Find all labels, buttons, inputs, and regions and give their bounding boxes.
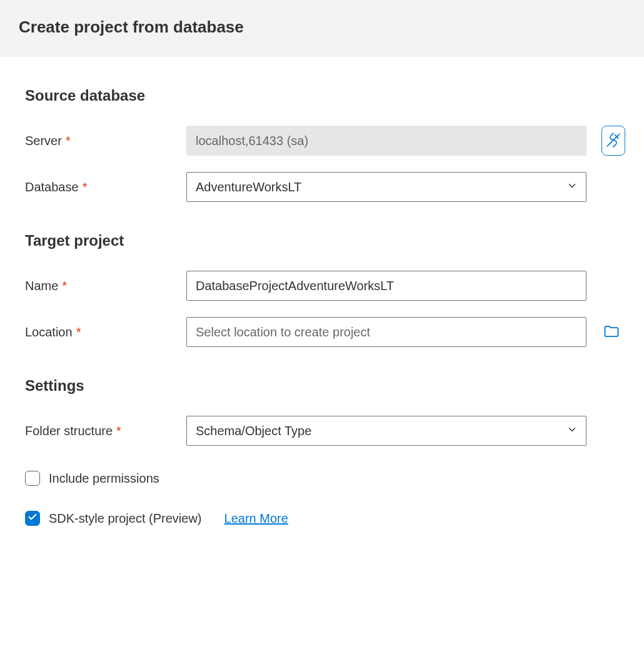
connect-button[interactable] bbox=[601, 126, 625, 156]
name-input[interactable] bbox=[186, 271, 586, 301]
database-select[interactable]: AdventureWorksLT bbox=[186, 172, 586, 202]
check-icon bbox=[28, 512, 38, 525]
row-sdk-style: SDK-style project (Preview) Learn More bbox=[25, 511, 625, 526]
include-permissions-checkbox[interactable] bbox=[25, 471, 40, 486]
label-folder-structure: Folder structure* bbox=[25, 424, 180, 438]
include-permissions-label: Include permissions bbox=[49, 471, 159, 486]
label-location: Location* bbox=[25, 325, 180, 340]
folder-structure-select[interactable]: Schema/Object Type bbox=[186, 416, 586, 446]
dialog-header: Create project from database bbox=[0, 0, 644, 57]
sdk-style-label: SDK-style project (Preview) bbox=[49, 511, 202, 526]
location-input[interactable] bbox=[186, 317, 586, 347]
row-folder-structure: Folder structure* Schema/Object Type bbox=[25, 416, 625, 446]
row-location: Location* bbox=[25, 317, 625, 347]
required-marker: * bbox=[66, 134, 71, 148]
plug-icon bbox=[605, 132, 621, 150]
section-title-settings: Settings bbox=[25, 377, 625, 395]
label-name: Name* bbox=[25, 279, 180, 293]
row-database: Database* AdventureWorksLT bbox=[25, 172, 625, 202]
label-database: Database* bbox=[25, 180, 180, 194]
required-marker: * bbox=[76, 325, 81, 339]
field-location bbox=[186, 317, 586, 347]
dialog-title: Create project from database bbox=[19, 18, 625, 37]
label-server: Server* bbox=[25, 134, 180, 148]
dialog-body: Source database Server* Database* bbox=[0, 57, 644, 545]
required-marker: * bbox=[116, 424, 121, 438]
required-marker: * bbox=[83, 180, 88, 194]
server-input bbox=[186, 126, 586, 156]
section-title-source: Source database bbox=[25, 87, 625, 104]
row-server: Server* bbox=[25, 126, 625, 156]
row-include-permissions: Include permissions bbox=[25, 471, 625, 486]
required-marker: * bbox=[62, 279, 67, 293]
learn-more-link[interactable]: Learn More bbox=[224, 511, 288, 526]
folder-icon bbox=[603, 323, 620, 342]
row-name: Name* bbox=[25, 271, 625, 301]
field-folder-structure: Schema/Object Type bbox=[186, 416, 586, 446]
field-name bbox=[186, 271, 586, 301]
field-database: AdventureWorksLT bbox=[186, 172, 586, 202]
browse-location-button[interactable] bbox=[598, 317, 625, 347]
sdk-style-checkbox[interactable] bbox=[25, 511, 40, 526]
section-title-target: Target project bbox=[25, 232, 625, 249]
field-server bbox=[186, 126, 586, 156]
